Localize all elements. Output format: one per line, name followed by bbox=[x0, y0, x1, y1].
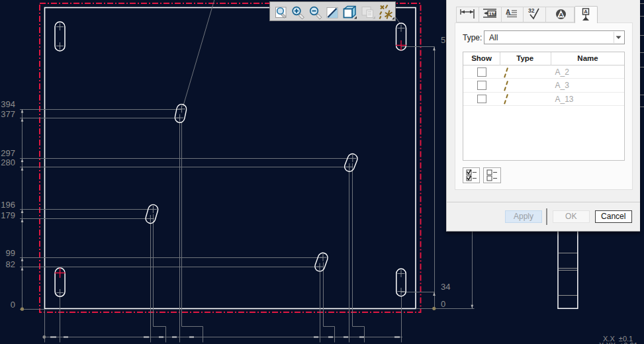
svg-text:A: A bbox=[559, 12, 563, 18]
svg-text:99: 99 bbox=[6, 248, 15, 258]
svg-text:0: 0 bbox=[441, 299, 445, 309]
svg-text:196: 196 bbox=[1, 200, 15, 210]
svg-text:82: 82 bbox=[6, 259, 15, 269]
svg-text:297: 297 bbox=[1, 148, 15, 158]
svg-text:34: 34 bbox=[441, 282, 450, 292]
svg-text:A: A bbox=[584, 9, 588, 15]
svg-text:377: 377 bbox=[1, 109, 15, 119]
svg-text:0: 0 bbox=[11, 300, 15, 310]
svg-text:280: 280 bbox=[1, 157, 15, 167]
svg-text:X.XX ±0.01: X.XX ±0.01 bbox=[599, 341, 638, 344]
svg-text:394: 394 bbox=[1, 99, 15, 109]
svg-text:179: 179 bbox=[1, 210, 15, 220]
svg-text:5: 5 bbox=[441, 35, 445, 45]
svg-text:32: 32 bbox=[528, 7, 535, 14]
svg-text:1M: 1M bbox=[488, 11, 496, 17]
